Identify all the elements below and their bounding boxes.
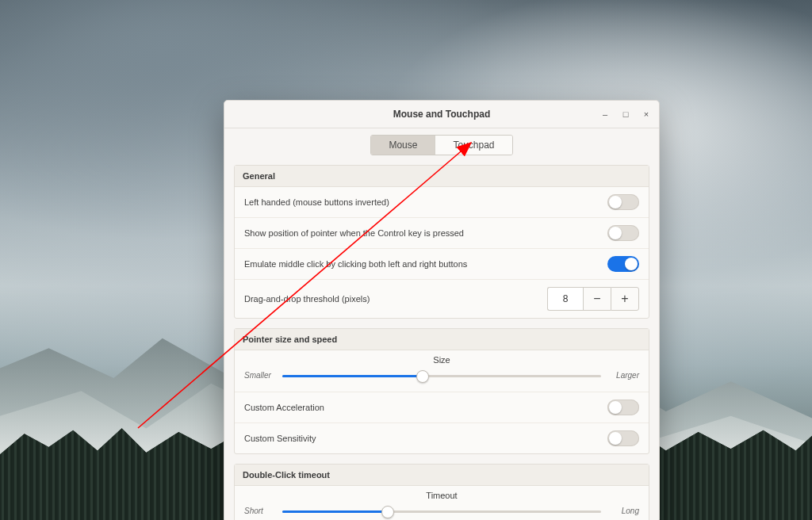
label-show-position: Show position of pointer when the Contro…	[244, 228, 464, 238]
timeout-slider-wrap: Timeout Short Long	[235, 486, 649, 520]
section-general: General Left handed (mouse buttons inver…	[234, 165, 649, 319]
maximize-button[interactable]: □	[618, 106, 634, 122]
size-slider[interactable]: Smaller Larger	[244, 368, 639, 384]
label-custom-accel: Custom Acceleration	[244, 403, 324, 412]
titlebar: Mouse and Touchpad – □ ×	[224, 101, 659, 128]
section-heading-general: General	[235, 166, 649, 187]
drag-threshold-decrement[interactable]: −	[583, 287, 611, 311]
size-slider-thumb[interactable]	[416, 370, 429, 383]
settings-window: Mouse and Touchpad – □ × Mouse Touchpad …	[224, 100, 660, 520]
minimize-button[interactable]: –	[597, 106, 613, 122]
label-left-handed: Left handed (mouse buttons inverted)	[244, 197, 389, 207]
drag-threshold-increment[interactable]: +	[611, 287, 639, 311]
timeout-caption: Timeout	[244, 491, 639, 500]
size-slider-wrap: Size Smaller Larger	[235, 350, 649, 392]
size-caption: Size	[244, 355, 639, 365]
window-content: General Left handed (mouse buttons inver…	[224, 165, 659, 520]
label-emulate-middle: Emulate middle click by clicking both le…	[244, 259, 467, 269]
toggle-custom-accel[interactable]	[607, 400, 639, 415]
timeout-slider[interactable]: Short Long	[244, 503, 639, 519]
label-custom-sens: Custom Sensitivity	[244, 434, 316, 443]
size-end-larger: Larger	[616, 371, 639, 380]
row-emulate-middle: Emulate middle click by clicking both le…	[235, 248, 649, 279]
label-drag-threshold: Drag-and-drop threshold (pixels)	[244, 294, 370, 304]
toggle-left-handed[interactable]	[607, 194, 639, 210]
tab-bar: Mouse Touchpad	[224, 135, 659, 155]
close-button[interactable]: ×	[638, 106, 654, 122]
timeout-slider-thumb[interactable]	[381, 506, 394, 518]
section-doubleclick: Double-Click timeout Timeout Short Long …	[234, 464, 649, 520]
tab-mouse[interactable]: Mouse	[371, 136, 435, 155]
toggle-custom-sens[interactable]	[607, 430, 639, 446]
section-pointer: Pointer size and speed Size Smaller Larg…	[234, 328, 649, 454]
toggle-emulate-middle[interactable]	[607, 256, 639, 272]
timeout-end-short: Short	[244, 507, 263, 515]
row-custom-accel: Custom Acceleration	[235, 392, 649, 422]
tab-touchpad[interactable]: Touchpad	[435, 136, 511, 155]
row-drag-threshold: Drag-and-drop threshold (pixels) − +	[235, 279, 649, 318]
row-show-position: Show position of pointer when the Contro…	[235, 217, 649, 248]
drag-threshold-input[interactable]	[547, 287, 583, 311]
toggle-show-position[interactable]	[607, 225, 639, 241]
window-title: Mouse and Touchpad	[393, 109, 490, 120]
window-controls: – □ ×	[597, 101, 654, 128]
section-heading-doubleclick: Double-Click timeout	[235, 465, 649, 486]
tab-group: Mouse Touchpad	[370, 135, 512, 155]
row-left-handed: Left handed (mouse buttons inverted)	[235, 187, 649, 217]
drag-threshold-stepper: − +	[547, 287, 639, 311]
row-custom-sens: Custom Sensitivity	[235, 422, 649, 453]
size-end-smaller: Smaller	[244, 371, 271, 380]
section-heading-pointer: Pointer size and speed	[235, 329, 649, 350]
timeout-end-long: Long	[622, 507, 639, 515]
